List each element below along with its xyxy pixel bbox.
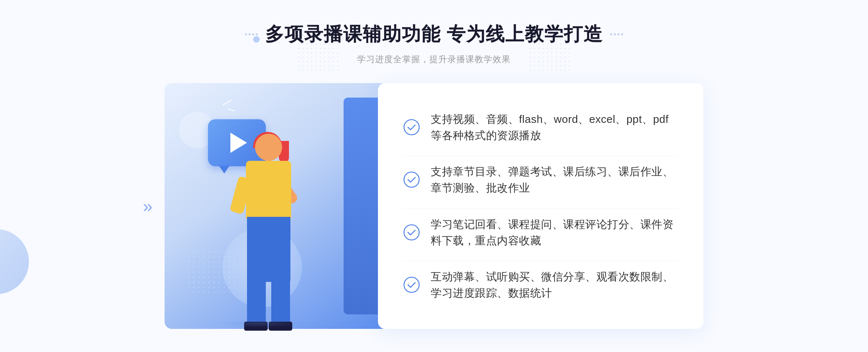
svg-point-2 bbox=[404, 225, 419, 240]
figure-container bbox=[193, 126, 338, 329]
ray-1 bbox=[222, 99, 232, 106]
deco-circle-bottom-left bbox=[0, 229, 29, 294]
chevron-left: » bbox=[143, 196, 153, 216]
person-head bbox=[255, 134, 282, 161]
content-area: » 支持视频、音频、flash、word、excel、ppt、pdf等各种格式的… bbox=[145, 83, 723, 329]
feature-text-3: 学习笔记回看、课程提问、课程评论打分、课件资料下载，重点内容收藏 bbox=[431, 216, 678, 249]
ground-shadow bbox=[215, 320, 302, 327]
feature-item-4: 互动弹幕、试听购买、微信分享、观看次数限制、学习进度跟踪、数据统计 bbox=[403, 261, 678, 308]
title-decorator-right bbox=[610, 33, 623, 35]
ray-2 bbox=[228, 108, 235, 111]
feature-item-2: 支持章节目录、弹题考试、课后练习、课后作业、章节测验、批改作业 bbox=[403, 156, 678, 203]
feature-text-1: 支持视频、音频、flash、word、excel、ppt、pdf等各种格式的资源… bbox=[431, 111, 678, 143]
float-dot-1 bbox=[253, 36, 260, 43]
feature-text-2: 支持章节目录、弹题考试、课后练习、课后作业、章节测验、批改作业 bbox=[431, 163, 678, 196]
feature-item-3: 学习笔记回看、课程提问、课程评论打分、课件资料下载，重点内容收藏 bbox=[403, 209, 678, 256]
person-leg-right bbox=[271, 278, 290, 325]
person-body bbox=[246, 161, 291, 219]
feature-text-4: 互动弹幕、试听购买、微信分享、观看次数限制、学习进度跟踪、数据统计 bbox=[431, 269, 678, 301]
person-pants bbox=[247, 217, 290, 282]
svg-point-1 bbox=[404, 172, 419, 187]
page-wrapper: 多项录播课辅助功能 专为线上教学打造 学习进度全掌握，提升录播课教学效果 bbox=[0, 0, 868, 352]
title-decorator-left bbox=[245, 33, 258, 35]
svg-point-3 bbox=[404, 277, 419, 292]
image-card: » bbox=[165, 83, 389, 329]
check-icon-1 bbox=[403, 119, 420, 136]
person-illustration bbox=[212, 134, 320, 329]
person-leg-left bbox=[247, 278, 266, 325]
title-row: 多项录播课辅助功能 专为线上教学打造 bbox=[245, 22, 623, 47]
check-icon-2 bbox=[403, 171, 420, 188]
main-title: 多项录播课辅助功能 专为线上教学打造 bbox=[265, 22, 603, 47]
check-icon-3 bbox=[403, 224, 420, 241]
header-section: 多项录播课辅助功能 专为线上教学打造 学习进度全掌握，提升录播课教学效果 bbox=[245, 22, 623, 65]
svg-point-0 bbox=[404, 120, 419, 135]
check-icon-4 bbox=[403, 276, 420, 293]
features-panel: 支持视频、音频、flash、word、excel、ppt、pdf等各种格式的资源… bbox=[378, 83, 703, 329]
subtitle: 学习进度全掌握，提升录播课教学效果 bbox=[245, 53, 623, 65]
feature-item-1: 支持视频、音频、flash、word、excel、ppt、pdf等各种格式的资源… bbox=[403, 104, 678, 151]
